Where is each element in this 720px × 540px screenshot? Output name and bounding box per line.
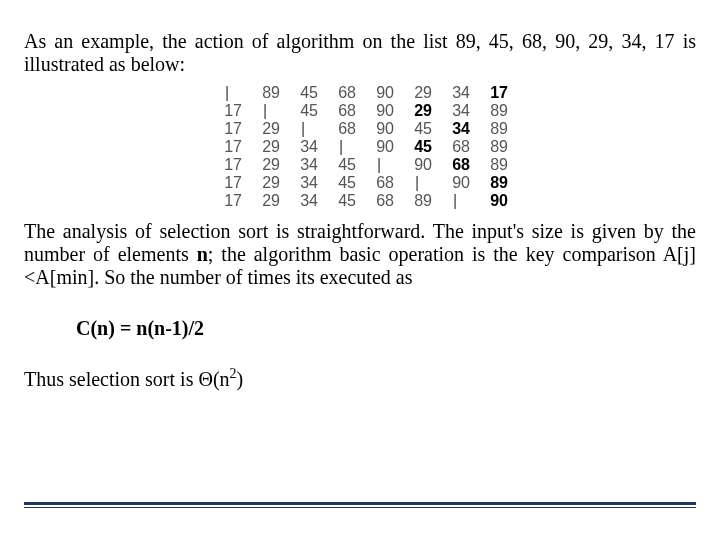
- trace-cell: 68: [436, 156, 474, 174]
- trace-cell: 68: [322, 120, 360, 138]
- trace-cell: 90: [360, 138, 398, 156]
- trace-cell: 45: [322, 156, 360, 174]
- trace-cell: 34: [284, 156, 322, 174]
- trace-cell: 29: [246, 156, 284, 174]
- trace-cell: 68: [360, 174, 398, 192]
- trace-cell: 68: [322, 102, 360, 120]
- trace-cell: 34: [284, 138, 322, 156]
- trace-cell: 17: [474, 84, 512, 102]
- trace-row: 17|456890293489: [208, 102, 512, 120]
- trace-cell: 89: [246, 84, 284, 102]
- trace-cell: 68: [322, 84, 360, 102]
- trace-cell: 45: [322, 192, 360, 210]
- trace-cell: 90: [474, 192, 512, 210]
- trace-cell: 17: [208, 120, 246, 138]
- trace-cell: 89: [474, 156, 512, 174]
- trace-cell: 89: [474, 102, 512, 120]
- intro-paragraph: As an example, the action of algorithm o…: [24, 30, 696, 76]
- trace-cell: 17: [208, 156, 246, 174]
- trace-cell: 68: [360, 192, 398, 210]
- trace-row: 172934456889|90: [208, 192, 512, 210]
- trace-row: 17293445|906889: [208, 156, 512, 174]
- trace-cell: 17: [208, 138, 246, 156]
- trace-cell: 17: [208, 102, 246, 120]
- footer-rule-thin: [24, 507, 696, 508]
- close-paren: ): [237, 368, 244, 390]
- trace-row: 1729344568|9089: [208, 174, 512, 192]
- trace-cell: 29: [398, 84, 436, 102]
- trace-cell: 89: [398, 192, 436, 210]
- slide: As an example, the action of algorithm o…: [0, 0, 720, 540]
- trace-separator: |: [208, 84, 246, 102]
- trace-cell: 29: [246, 192, 284, 210]
- trace-cell: 17: [208, 174, 246, 192]
- trace-cell: 45: [284, 102, 322, 120]
- trace-cell: 89: [474, 138, 512, 156]
- footer-rule-thick: [24, 502, 696, 505]
- trace-separator: |: [284, 120, 322, 138]
- trace-cell: 45: [398, 120, 436, 138]
- trace-cell: 34: [284, 192, 322, 210]
- trace-cell: 90: [360, 120, 398, 138]
- trace-cell: 90: [360, 84, 398, 102]
- analysis-n: n: [197, 243, 208, 265]
- sort-trace-table: |8945689029341717|4568902934891729|68904…: [208, 84, 512, 210]
- trace-cell: 29: [398, 102, 436, 120]
- trace-separator: |: [436, 192, 474, 210]
- trace-cell: 89: [474, 174, 512, 192]
- trace-row: 172934|90456889: [208, 138, 512, 156]
- footer-rule: [24, 502, 696, 508]
- trace-separator: |: [322, 138, 360, 156]
- trace-cell: 45: [284, 84, 322, 102]
- trace-cell: 29: [246, 138, 284, 156]
- trace-cell: 34: [436, 84, 474, 102]
- trace-cell: 68: [436, 138, 474, 156]
- trace-cell: 34: [284, 174, 322, 192]
- trace-separator: |: [246, 102, 284, 120]
- complexity-formula: C(n) = n(n-1)/2: [76, 317, 696, 340]
- trace-separator: |: [360, 156, 398, 174]
- trace-cell: 45: [398, 138, 436, 156]
- conclusion-paragraph: Thus selection sort is Θ(n2): [24, 366, 696, 391]
- trace-cell: 34: [436, 120, 474, 138]
- trace-separator: |: [398, 174, 436, 192]
- theta-notation: Θ(n: [198, 368, 229, 390]
- trace-cell: 45: [322, 174, 360, 192]
- trace-cell: 29: [246, 174, 284, 192]
- trace-cell: 17: [208, 192, 246, 210]
- conclusion-text: Thus selection sort is: [24, 368, 198, 390]
- trace-cell: 29: [246, 120, 284, 138]
- trace-cell: 89: [474, 120, 512, 138]
- trace-cell: 34: [436, 102, 474, 120]
- trace-row: |89456890293417: [208, 84, 512, 102]
- trace-cell: 90: [360, 102, 398, 120]
- exponent: 2: [230, 366, 237, 381]
- trace-cell: 90: [436, 174, 474, 192]
- trace-row: 1729|6890453489: [208, 120, 512, 138]
- trace-cell: 90: [398, 156, 436, 174]
- analysis-paragraph: The analysis of selection sort is straig…: [24, 220, 696, 289]
